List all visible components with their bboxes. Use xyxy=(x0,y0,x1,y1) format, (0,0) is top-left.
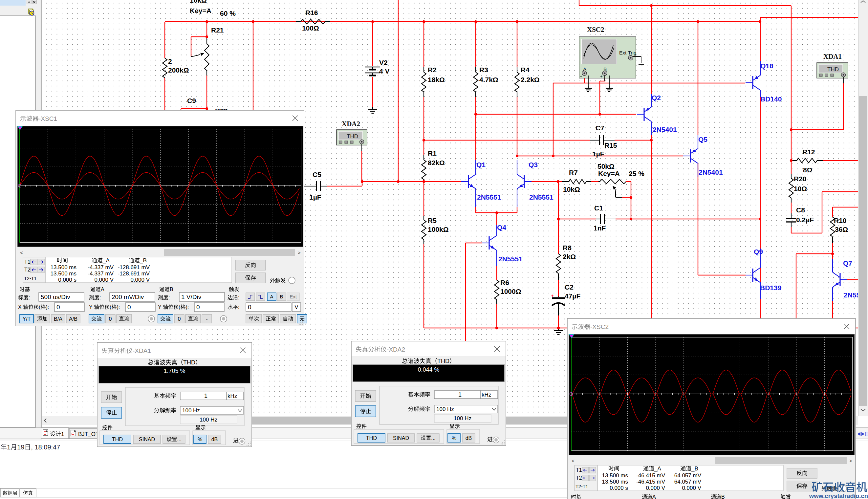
svg-text:C5: C5 xyxy=(313,171,321,178)
svg-text::: : xyxy=(28,295,30,300)
svg-text:B: B xyxy=(721,494,725,499)
svg-text:R6: R6 xyxy=(500,279,509,286)
svg-text:BJT_OT: BJT_OT xyxy=(78,431,99,437)
svg-text:):: ): xyxy=(117,304,120,310)
svg-text:_A: _A xyxy=(102,257,110,264)
svg-text:100 Hz: 100 Hz xyxy=(182,407,200,414)
svg-text::: : xyxy=(168,295,170,300)
svg-text:13.500 ms: 13.500 ms xyxy=(51,270,76,277)
svg-text:1000Ω: 1000Ω xyxy=(500,288,521,295)
svg-text:X: X xyxy=(18,304,22,310)
svg-text:-4.337 mV: -4.337 mV xyxy=(88,270,114,277)
svg-text:1: 1 xyxy=(204,393,207,399)
svg-text:R20: R20 xyxy=(794,175,807,183)
svg-text:0.000 V: 0.000 V xyxy=(94,277,113,283)
svg-text:1µF: 1µF xyxy=(592,150,604,158)
svg-text:1 V/Div: 1 V/Div xyxy=(181,293,201,300)
svg-text:THD: THD xyxy=(366,435,377,441)
svg-text:0.000 V: 0.000 V xyxy=(130,277,150,283)
svg-text:+: + xyxy=(580,74,583,79)
svg-text:C2: C2 xyxy=(565,283,574,291)
svg-text:SINAD: SINAD xyxy=(139,437,155,442)
svg-text:60 %: 60 % xyxy=(220,10,236,17)
svg-text:THD: THD xyxy=(347,133,358,139)
svg-text:T1: T1 xyxy=(24,259,30,265)
svg-text:_A: _A xyxy=(654,465,661,472)
svg-text:Key=A: Key=A xyxy=(598,170,620,177)
svg-text:R3: R3 xyxy=(479,66,488,74)
svg-text:2N5401: 2N5401 xyxy=(653,126,677,133)
svg-text:0.2µF: 0.2µF xyxy=(796,216,814,223)
svg-text:T2: T2 xyxy=(576,475,582,480)
svg-text:kHz: kHz xyxy=(228,393,237,399)
svg-text:A: A xyxy=(101,287,105,292)
svg-text:47µF: 47µF xyxy=(565,292,580,300)
svg-text::: : xyxy=(238,295,239,300)
svg-text:R2: R2 xyxy=(428,66,437,74)
svg-text:R8: R8 xyxy=(563,244,572,252)
svg-text:B/A: B/A xyxy=(54,316,62,322)
svg-text:+: + xyxy=(551,293,554,299)
svg-text:500 us/Div: 500 us/Div xyxy=(41,293,70,300)
svg-text:1: 1 xyxy=(7,443,11,451)
svg-text:T2: T2 xyxy=(24,267,30,272)
svg-text:Q10: Q10 xyxy=(760,62,773,70)
svg-text:-46.415 mV: -46.415 mV xyxy=(636,479,665,485)
svg-text:0.000 s: 0.000 s xyxy=(58,277,76,283)
svg-text:Q1: Q1 xyxy=(476,161,486,168)
svg-text:V2: V2 xyxy=(379,59,388,66)
svg-text:Q9: Q9 xyxy=(754,248,763,255)
svg-text:_B: _B xyxy=(139,257,147,264)
svg-text:A/B: A/B xyxy=(69,316,77,322)
svg-text:10kΩ: 10kΩ xyxy=(190,0,207,4)
svg-text:V: V xyxy=(294,304,298,310)
svg-text:<: < xyxy=(20,250,23,255)
svg-text:R5: R5 xyxy=(428,217,437,224)
svg-text:(: ( xyxy=(110,304,112,310)
svg-text:XSC2: XSC2 xyxy=(587,26,604,34)
svg-text:Y/T: Y/T xyxy=(23,316,31,322)
svg-text:8Ω: 8Ω xyxy=(803,166,812,174)
svg-text:Q2: Q2 xyxy=(652,94,661,101)
svg-text:T2-T1: T2-T1 xyxy=(575,484,588,489)
svg-text:R15: R15 xyxy=(604,142,617,149)
svg-text:0: 0 xyxy=(57,304,60,311)
svg-text:64.057 mV: 64.057 mV xyxy=(674,479,701,485)
svg-text:19: 19 xyxy=(17,443,24,451)
svg-text:4 V: 4 V xyxy=(379,67,390,75)
svg-text:2N5551: 2N5551 xyxy=(498,255,523,263)
svg-text:R16: R16 xyxy=(305,9,318,16)
svg-text:THD: THD xyxy=(112,437,123,442)
svg-text:C1: C1 xyxy=(594,204,603,212)
svg-text:64.057 mV: 64.057 mV xyxy=(674,472,701,479)
svg-text:SINAD: SINAD xyxy=(393,435,409,441)
svg-text:R1: R1 xyxy=(428,149,437,157)
svg-text:2N5551: 2N5551 xyxy=(529,193,553,201)
svg-text:0: 0 xyxy=(196,304,200,311)
svg-text:C8: C8 xyxy=(796,206,805,214)
svg-text:-128.691 mV: -128.691 mV xyxy=(118,264,150,270)
svg-text:1µF: 1µF xyxy=(309,193,321,201)
svg-text:(: ( xyxy=(179,304,181,310)
svg-text:13.500 ms: 13.500 ms xyxy=(602,472,628,479)
svg-text:+: + xyxy=(634,52,637,57)
svg-text:>: > xyxy=(298,250,301,255)
svg-text:0: 0 xyxy=(178,316,181,322)
svg-text:C9: C9 xyxy=(187,97,196,105)
svg-text:0.000 V: 0.000 V xyxy=(646,485,665,491)
svg-text:10kΩ: 10kΩ xyxy=(563,185,580,193)
svg-text:200kΩ: 200kΩ xyxy=(168,66,189,74)
svg-text:R10: R10 xyxy=(834,217,847,224)
svg-text:...: ... xyxy=(177,437,181,442)
svg-text::: : xyxy=(99,295,101,300)
svg-text:Q3: Q3 xyxy=(528,161,538,168)
svg-text:-4.337 mV: -4.337 mV xyxy=(88,264,114,270)
svg-text:50kΩ: 50kΩ xyxy=(598,162,614,170)
svg-text:2.2kΩ: 2.2kΩ xyxy=(521,76,540,83)
svg-text:Ext: Ext xyxy=(290,294,297,300)
svg-text:2kΩ: 2kΩ xyxy=(563,253,576,260)
svg-text:kHz: kHz xyxy=(481,392,491,398)
svg-text:-: - xyxy=(206,316,207,322)
svg-text:R12: R12 xyxy=(802,148,815,156)
svg-text:2: 2 xyxy=(168,58,172,65)
